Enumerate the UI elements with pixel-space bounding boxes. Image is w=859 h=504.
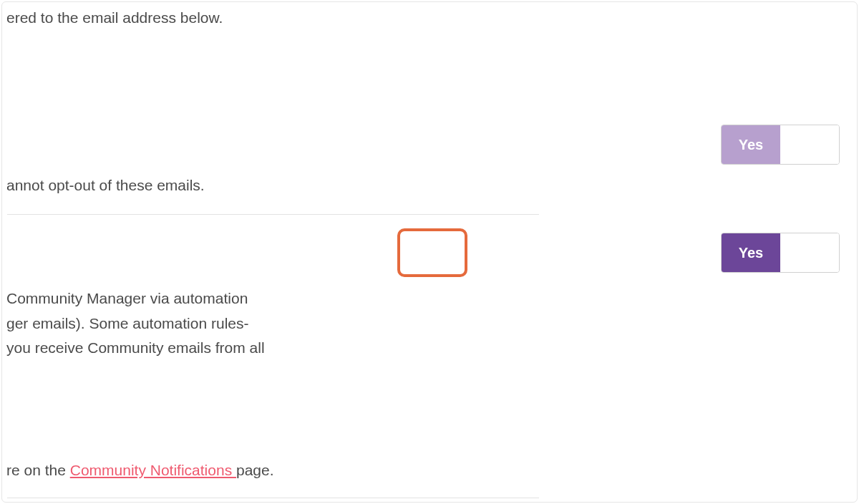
desc-line: you receive Community emails from all [6,336,336,361]
divider [7,498,539,498]
community-emails-toggle-no[interactable] [780,233,839,272]
divider [7,214,539,215]
system-emails-description-fragment: annot opt-out of these emails. [6,177,205,194]
footer-prefix: re on the [6,462,70,478]
settings-panel: ered to the email address below. Yes ann… [1,1,858,503]
intro-text-fragment: ered to the email address below. [6,9,223,26]
system-emails-toggle-yes: Yes [722,125,780,164]
desc-line: Community Manager via automation [6,286,336,311]
highlight-ring [397,228,467,277]
system-emails-toggle: Yes [721,125,840,165]
system-emails-toggle-no [780,125,839,164]
community-emails-toggle[interactable]: Yes [721,233,840,273]
footer-text: re on the Community Notifications page. [6,462,274,479]
community-emails-toggle-yes[interactable]: Yes [722,233,780,272]
desc-line: ger emails). Some automation rules- [6,311,336,336]
footer-suffix: page. [236,462,274,478]
community-notifications-link[interactable]: Community Notifications [70,462,236,478]
community-emails-description-fragment: Community Manager via automation ger ema… [6,286,336,361]
